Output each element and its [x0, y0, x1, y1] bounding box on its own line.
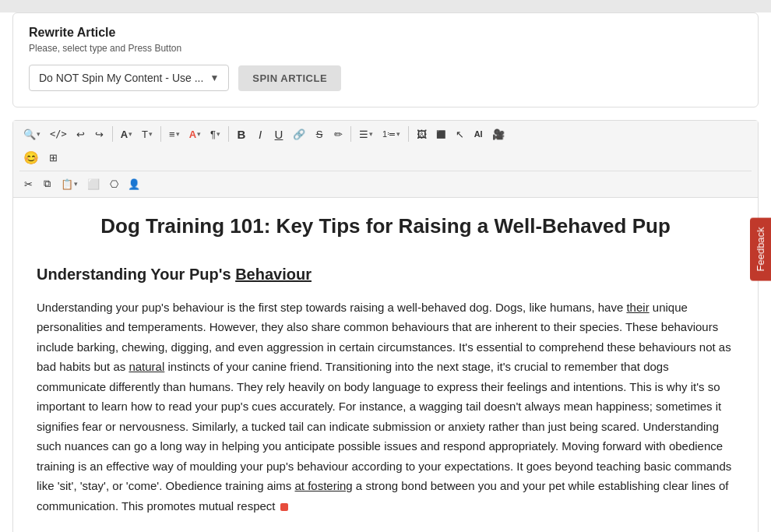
cut-icon: ✂	[24, 178, 33, 190]
underline-icon: U	[275, 128, 283, 141]
link-button[interactable]: 🔗	[289, 124, 309, 144]
color-button[interactable]: A▾	[185, 124, 205, 144]
highlight-icon: ✏	[334, 129, 343, 140]
image-icon: 🖼	[417, 129, 427, 140]
copy-icon: ⧉	[44, 178, 51, 190]
align-icon: ≡	[169, 129, 175, 140]
format-icon: ⎔	[110, 178, 118, 190]
paragraph-icon: ¶	[210, 129, 216, 140]
article-title: Dog Training 101: Key Tips for Raising a…	[37, 213, 734, 240]
select-button[interactable]: ⬜	[83, 174, 104, 194]
paste-icon: 📋	[61, 178, 73, 190]
format-button[interactable]: ⎔	[105, 174, 122, 194]
paragraph-button[interactable]: ¶▾	[206, 124, 224, 144]
select-icon: ⬜	[87, 178, 100, 190]
red-marker	[280, 503, 288, 511]
italic-button[interactable]: I	[252, 124, 269, 144]
image-button[interactable]: 🖼	[413, 124, 431, 144]
person-button[interactable]: 👤	[124, 174, 144, 194]
text-size-icon: T	[142, 129, 148, 140]
rewrite-title: Rewrite Article	[29, 26, 742, 40]
toolbar-row-3: ✂ ⧉ 📋▾ ⬜ ⎔ 👤	[19, 171, 752, 194]
emoji-icon: 😊	[23, 150, 39, 165]
highlight-button[interactable]: ✏	[329, 124, 347, 144]
bullet-list-button[interactable]: ☰▾	[355, 124, 377, 144]
section1-heading: Understanding Your Pup's Behaviour	[37, 262, 734, 287]
editor-wrapper: 🔍▾ </> ↩ ↪ A▾ T▾ ≡▾ A▾ ¶▾ B I U 🔗 S ✏ ☰▾	[12, 120, 759, 532]
section1-heading-text: Understanding Your Pup's Behaviour	[37, 266, 312, 283]
special-char-icon: ⬛	[436, 130, 445, 139]
copy-button[interactable]: ⧉	[38, 174, 55, 194]
toolbar-separator-2	[160, 126, 161, 142]
link-icon: 🔗	[293, 129, 305, 140]
underline-button[interactable]: U	[270, 124, 287, 144]
feedback-tab[interactable]: Feedback	[750, 217, 771, 280]
person-icon: 👤	[128, 178, 140, 190]
cut-button[interactable]: ✂	[19, 174, 37, 194]
undo-icon: ↩	[76, 129, 85, 140]
dropdown-arrow-icon: ▼	[209, 72, 219, 83]
video-button[interactable]: 🎥	[488, 124, 509, 144]
toolbar-separator-4	[350, 126, 351, 142]
font-button[interactable]: A▾	[117, 124, 136, 144]
toolbar-separator-5	[408, 126, 409, 142]
search-button[interactable]: 🔍▾	[19, 124, 44, 144]
toolbar-separator-3	[228, 126, 229, 142]
editor-toolbar: 🔍▾ </> ↩ ↪ A▾ T▾ ≡▾ A▾ ¶▾ B I U 🔗 S ✏ ☰▾	[13, 121, 758, 198]
align-button[interactable]: ≡▾	[165, 124, 184, 144]
search-icon: 🔍	[23, 129, 36, 140]
table-icon: ⊞	[49, 152, 58, 164]
color-icon: A	[189, 129, 196, 140]
video-icon: 🎥	[492, 129, 505, 140]
redo-button[interactable]: ↪	[91, 124, 108, 144]
ai-button[interactable]: AI	[470, 124, 487, 144]
spin-type-label: Do NOT Spin My Content - Use ...	[39, 72, 203, 84]
cursor-icon: ↖	[456, 129, 464, 140]
bullet-list-icon: ☰	[359, 129, 368, 140]
ai-icon: AI	[474, 129, 483, 139]
section1-paragraph: Understanding your pup's behaviour is th…	[37, 298, 734, 516]
strikethrough-icon: S	[316, 129, 323, 140]
toolbar-separator-1	[112, 126, 113, 142]
rewrite-panel: Rewrite Article Please, select type and …	[12, 12, 759, 107]
bold-button[interactable]: B	[233, 124, 250, 144]
main-container: Rewrite Article Please, select type and …	[0, 12, 771, 532]
numbered-list-icon: 1≔	[382, 129, 396, 139]
redo-icon: ↪	[95, 129, 104, 140]
special-char-button[interactable]: ⬛	[432, 124, 449, 144]
emoji-button[interactable]: 😊	[19, 147, 43, 167]
code-button[interactable]: </>	[46, 124, 71, 144]
feedback-label: Feedback	[755, 227, 766, 271]
paste-button[interactable]: 📋▾	[57, 174, 82, 194]
italic-icon: I	[259, 128, 262, 141]
cursor-button[interactable]: ↖	[451, 124, 468, 144]
spin-article-button[interactable]: SPIN ARTICLE	[238, 65, 341, 91]
editor-content[interactable]: Dog Training 101: Key Tips for Raising a…	[13, 198, 758, 532]
bold-icon: B	[238, 128, 246, 141]
search-caret: ▾	[37, 130, 40, 138]
numbered-list-button[interactable]: 1≔▾	[378, 124, 404, 144]
rewrite-subtitle: Please, select type and Press Button	[29, 43, 742, 54]
rewrite-controls: Do NOT Spin My Content - Use ... ▼ SPIN …	[29, 65, 742, 91]
text-size-button[interactable]: T▾	[138, 124, 157, 144]
code-icon: </>	[50, 129, 67, 139]
spin-type-dropdown[interactable]: Do NOT Spin My Content - Use ... ▼	[29, 65, 229, 91]
font-icon: A	[121, 129, 128, 140]
undo-button[interactable]: ↩	[72, 124, 90, 144]
toolbar-row-2: 😊 ⊞	[19, 146, 752, 167]
toolbar-row-1: 🔍▾ </> ↩ ↪ A▾ T▾ ≡▾ A▾ ¶▾ B I U 🔗 S ✏ ☰▾	[19, 124, 752, 144]
strikethrough-button[interactable]: S	[311, 124, 328, 144]
table-button[interactable]: ⊞	[44, 147, 62, 167]
